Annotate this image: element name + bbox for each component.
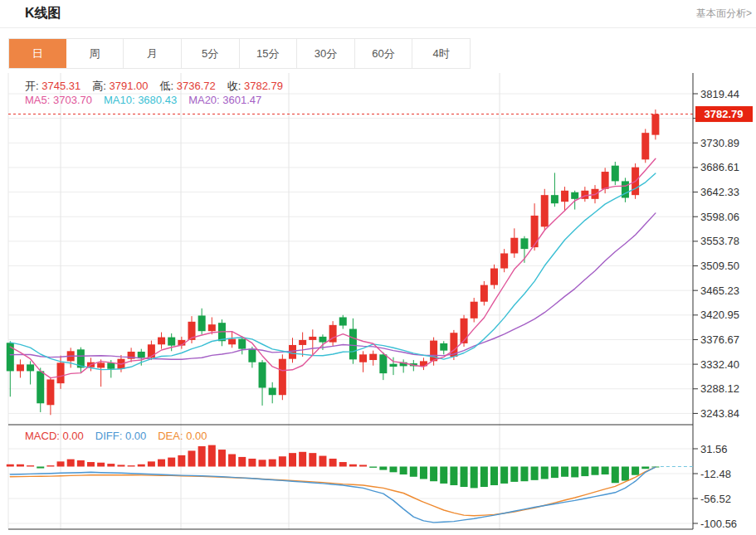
- macd-dea-line: [10, 467, 656, 516]
- svg-text:3553.78: 3553.78: [700, 235, 739, 247]
- svg-text:3686.61: 3686.61: [700, 161, 739, 173]
- tab-day[interactable]: 日: [9, 39, 66, 68]
- macd-item-2: DEA: 0.00: [158, 430, 207, 442]
- tab-60min[interactable]: 60分: [355, 39, 413, 68]
- tab-week[interactable]: 周: [66, 39, 124, 68]
- svg-text:3465.23: 3465.23: [700, 285, 739, 297]
- interval-tabbar: 日周月5分15分30分60分4时: [8, 38, 471, 69]
- svg-text:3782.79: 3782.79: [705, 108, 744, 120]
- svg-text:3598.06: 3598.06: [700, 211, 739, 223]
- tab-30min[interactable]: 30分: [297, 39, 355, 68]
- kline-page: 3819.443775.163730.893686.613642.333598.…: [0, 0, 756, 535]
- tab-4hour[interactable]: 4时: [412, 39, 470, 68]
- fundamental-analysis-link[interactable]: 基本面分析>: [696, 7, 752, 21]
- svg-text:3243.84: 3243.84: [700, 407, 739, 420]
- svg-text:-12.48: -12.48: [700, 468, 731, 480]
- macd-item-1: DIFF: 0.00: [95, 430, 146, 442]
- svg-text:-100.56: -100.56: [700, 518, 737, 530]
- ma-item-2: MA20: 3601.47: [188, 94, 261, 106]
- grid-layer: [8, 73, 693, 529]
- svg-text:3420.95: 3420.95: [700, 309, 739, 321]
- tab-month[interactable]: 月: [124, 39, 182, 68]
- price-label: 3782.79: [695, 106, 753, 122]
- macd-info-row: MACD: 0.00DIFF: 0.00DEA: 0.00: [25, 430, 219, 442]
- ma-item-1: MA10: 3680.43: [104, 94, 177, 106]
- macd-item-0: MACD: 0.00: [25, 430, 84, 442]
- header-divider: [0, 27, 756, 28]
- ohlc-item-3: 收: 3782.79: [227, 80, 283, 92]
- tab-5min[interactable]: 5分: [182, 39, 240, 68]
- svg-text:3819.44: 3819.44: [700, 88, 739, 100]
- svg-text:31.56: 31.56: [700, 443, 728, 455]
- ma-item-0: MA5: 3703.70: [25, 94, 92, 106]
- ohlc-item-0: 开: 3745.31: [25, 80, 80, 92]
- ohlc-item-1: 高: 3791.00: [92, 80, 148, 92]
- svg-text:3332.40: 3332.40: [700, 358, 739, 371]
- ohlc-info-row: 开: 3745.31高: 3791.00低: 3736.72收: 3782.79: [25, 79, 295, 94]
- page-title: K线图: [25, 5, 61, 22]
- svg-text:3642.33: 3642.33: [700, 186, 739, 198]
- ohlc-item-2: 低: 3736.72: [159, 80, 215, 92]
- svg-text:3730.89: 3730.89: [700, 137, 739, 149]
- svg-text:3376.67: 3376.67: [700, 333, 739, 346]
- y-axis: 3819.443775.163730.893686.613642.333598.…: [8, 73, 739, 530]
- svg-text:3509.50: 3509.50: [700, 260, 739, 272]
- svg-text:3288.12: 3288.12: [700, 382, 739, 395]
- svg-text:-56.52: -56.52: [700, 493, 731, 505]
- ma-info-row: MA5: 3703.70MA10: 3680.43MA20: 3601.47: [25, 94, 273, 106]
- tab-15min[interactable]: 15分: [240, 39, 298, 68]
- macd-histogram: [7, 445, 660, 489]
